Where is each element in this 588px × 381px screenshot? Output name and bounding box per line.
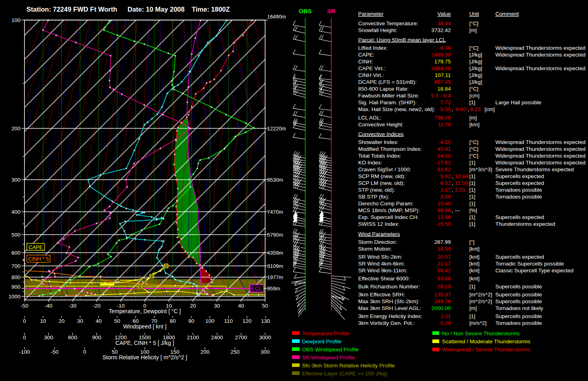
svg-text:,: ,	[452, 180, 453, 186]
svg-text:2000.00: 2000.00	[431, 305, 451, 311]
svg-text:Tornadoes possible: Tornadoes possible	[495, 320, 542, 326]
svg-text:3km Energy Helicity Index:: 3km Energy Helicity Index:	[358, 313, 422, 319]
svg-text:7.72: 7.72	[440, 99, 451, 105]
svg-text:107.11: 107.11	[435, 72, 451, 78]
svg-text:Showalter Index:: Showalter Index:	[358, 139, 399, 145]
svg-text:[m]: [m]	[469, 27, 477, 33]
svg-text:300: 300	[44, 334, 53, 340]
svg-text:200: 200	[201, 349, 210, 355]
svg-text:Widespread Thunderstorms expec: Widespread Thunderstorms expected	[495, 139, 586, 145]
svg-text:11.78: 11.78	[438, 122, 451, 128]
svg-text:Storm Relative Helicity [ m^2: Storm Relative Helicity [ m^2/s^2 ]	[102, 354, 187, 361]
svg-text:Thunderstorms expected: Thunderstorms expected	[495, 221, 555, 227]
svg-text:LCL AGL:: LCL AGL:	[358, 115, 381, 121]
svg-text:Comment: Comment	[495, 11, 519, 17]
svg-text:5.35: 5.35	[440, 106, 451, 112]
svg-text:Supercells possible: Supercells possible	[495, 284, 542, 290]
svg-text:Wind Parameters: Wind Parameters	[358, 231, 400, 237]
svg-text:80: 80	[170, 318, 176, 324]
svg-text:21.17: 21.17	[437, 261, 451, 267]
svg-text:10.40: 10.40	[437, 201, 451, 207]
svg-text:1.17: 1.17	[440, 187, 451, 193]
svg-text:[J/kg]: [J/kg]	[469, 65, 482, 71]
svg-text:[cm]: [cm]	[469, 93, 480, 99]
svg-text:3: 3	[165, 264, 167, 268]
svg-text:20: 20	[59, 318, 65, 324]
svg-text:Supercells possible: Supercells possible	[495, 298, 542, 304]
svg-text:LCL: LCL	[252, 286, 262, 292]
svg-text:600: 600	[68, 334, 77, 340]
svg-text:[m^2/s^2]: [m^2/s^2]	[469, 298, 492, 304]
svg-text:10: 10	[40, 318, 46, 324]
svg-text:Total Totals Index:: Total Totals Index:	[358, 153, 401, 159]
svg-text:,: ,	[468, 106, 469, 112]
svg-text:SCP LM (new, old):: SCP LM (new, old):	[358, 180, 405, 186]
svg-text:Classic Supercell Type expecte: Classic Supercell Type expected	[495, 268, 574, 274]
svg-text:250: 250	[231, 349, 240, 355]
svg-text:5.92: 5.92	[440, 173, 451, 179]
svg-text:[cm]: [cm]	[485, 106, 495, 112]
svg-text:Bulk Richardson Number:: Bulk Richardson Number:	[358, 284, 420, 290]
svg-text:99.96: 99.96	[437, 207, 451, 213]
svg-text:Supercells possible: Supercells possible	[495, 292, 542, 298]
svg-text:26.19: 26.19	[437, 284, 451, 290]
svg-text:3109m: 3109m	[267, 263, 283, 269]
svg-text:Derecho Comp Param:: Derecho Comp Param:	[358, 201, 414, 207]
svg-text:Supercells expected: Supercells expected	[495, 173, 544, 179]
svg-text:5.1 - 6.4: 5.1 - 6.4	[431, 93, 451, 99]
svg-text:[m]: [m]	[469, 305, 477, 311]
svg-text:120: 120	[242, 318, 251, 324]
svg-text:[°C]: [°C]	[469, 139, 479, 145]
svg-text:249.76: 249.76	[434, 298, 451, 304]
svg-text:Supercells expected: Supercells expected	[495, 180, 544, 186]
svg-text:[%]: [%]	[469, 207, 477, 213]
svg-text:500: 500	[11, 232, 20, 238]
svg-text:10.84: 10.84	[455, 173, 468, 179]
svg-text:Max 3km SRH Level AGL:: Max 3km SRH Level AGL:	[358, 305, 421, 311]
svg-text:SR Windspeed Profile: SR Windspeed Profile	[302, 355, 355, 361]
svg-text:SWISS 12 Index:: SWISS 12 Index:	[358, 221, 399, 227]
svg-text:CINH Virt.:: CINH Virt.:	[358, 72, 384, 78]
svg-text:[km]: [km]	[469, 122, 480, 128]
svg-text:Exp. Supercell Index CH:: Exp. Supercell Index CH:	[358, 214, 419, 220]
svg-text:18.84: 18.84	[437, 86, 451, 92]
svg-text:Convective Height:: Convective Height:	[358, 122, 403, 128]
svg-text:OBS Windspeed Profile: OBS Windspeed Profile	[302, 347, 359, 353]
svg-text:Dewpoint Profile: Dewpoint Profile	[302, 338, 341, 345]
svg-text:---: ---	[455, 207, 460, 213]
svg-text:7470m: 7470m	[267, 209, 283, 215]
svg-text:[knt]: [knt]	[469, 246, 480, 252]
svg-text:[m/s^2]: [m/s^2]	[469, 320, 487, 326]
svg-text:SR Wind 9km-11km:: SR Wind 9km-11km:	[358, 268, 408, 274]
svg-text:[m^2/s^2]: [m^2/s^2]	[469, 292, 492, 298]
svg-text:-50: -50	[51, 349, 59, 355]
svg-text:0: 0	[23, 318, 26, 324]
svg-text:Supercells expected: Supercells expected	[495, 254, 544, 260]
svg-text:[m^3/s^3]: [m^3/s^3]	[469, 166, 492, 172]
svg-text:40: 40	[238, 303, 244, 309]
svg-text:Lifted Index:: Lifted Index:	[358, 45, 388, 51]
svg-text:[°C]: [°C]	[469, 45, 479, 51]
svg-text:900: 900	[11, 284, 20, 290]
svg-text:STP (new, old):: STP (new, old):	[358, 187, 395, 193]
svg-text:700: 700	[11, 263, 20, 269]
svg-text:3km Effective SRH:: 3km Effective SRH:	[358, 292, 405, 298]
svg-text:[1]: [1]	[469, 201, 475, 207]
svg-text:SCP RM (new, old):: SCP RM (new, old):	[358, 173, 406, 179]
svg-text:,: ,	[452, 187, 453, 193]
svg-text:Value: Value	[437, 11, 451, 17]
svg-text:Parcel: Using 50mB mean layer: Parcel: Using 50mB mean layer LCL	[358, 37, 446, 43]
svg-text:[1]: [1]	[469, 313, 475, 319]
svg-text:Effective Shear 6000:: Effective Shear 6000:	[358, 276, 410, 282]
svg-text:Widespread / Severe Thundersto: Widespread / Severe Thunderstorms	[442, 347, 531, 353]
svg-text:9530m: 9530m	[267, 177, 283, 183]
svg-text:[°C]: [°C]	[469, 146, 479, 152]
svg-text:Supercells expected: Supercells expected	[495, 214, 544, 220]
svg-text:1977m: 1977m	[267, 274, 283, 280]
svg-text:5790m: 5790m	[267, 232, 283, 238]
svg-text:No / Non Severe Thunderstorms: No / Non Severe Thunderstorms	[442, 330, 520, 336]
svg-text:Tornadoes not likely: Tornadoes not likely	[495, 305, 543, 311]
svg-text:Storm Direction:: Storm Direction:	[358, 239, 397, 245]
svg-text:30: 30	[214, 303, 220, 309]
svg-text:Windspeed [ knt ]: Windspeed [ knt ]	[123, 323, 166, 330]
